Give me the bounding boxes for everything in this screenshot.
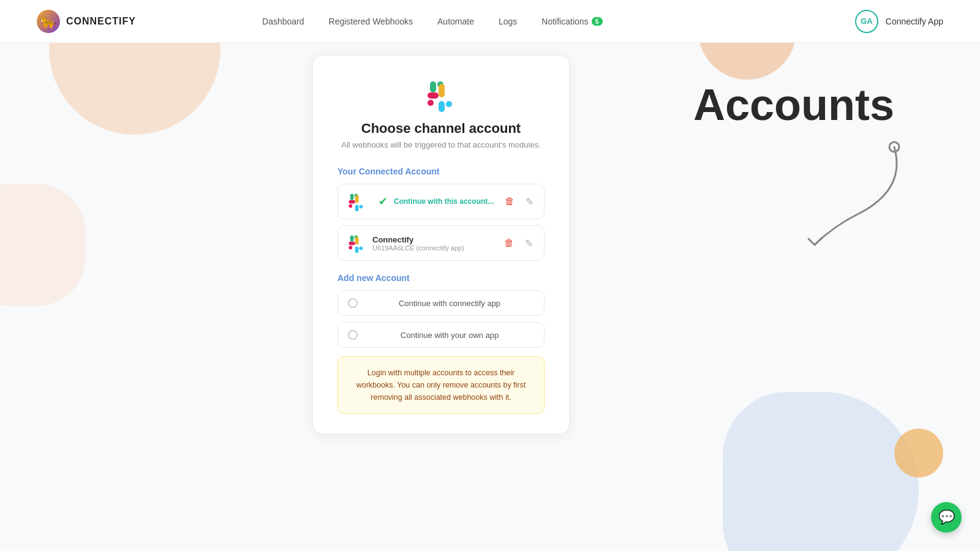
account-slack-icon-1 [347, 233, 366, 253]
account-info-1: Connectify U619AA6LCE (connectify app) [372, 235, 496, 252]
svg-rect-14 [349, 204, 352, 208]
svg-rect-5 [428, 92, 439, 99]
svg-rect-12 [355, 200, 359, 203]
chat-icon: 💬 [938, 509, 955, 525]
radio-connectify-app [348, 298, 358, 308]
edit-account-0-btn[interactable]: ✎ [523, 195, 536, 209]
option-connectify-label: Continue with connectify app [365, 299, 534, 308]
delete-account-0-btn[interactable]: 🗑 [502, 195, 517, 208]
option-own-app-label: Continue with your own app [365, 331, 534, 340]
card-wrapper: Choose channel account All webhooks will… [312, 55, 570, 434]
slack-icon [424, 78, 458, 112]
svg-rect-16 [360, 205, 363, 209]
info-box: Login with multiple accounts to access t… [337, 356, 545, 414]
arrow-annotation [796, 141, 919, 266]
user-name: Connectify App [886, 17, 943, 26]
logo[interactable]: 🐆 CONNECTIFY [37, 10, 136, 33]
logo-text: CONNECTIFY [66, 16, 136, 27]
nav-dashboard[interactable]: Dashboard [262, 17, 304, 26]
svg-rect-13 [349, 200, 355, 204]
svg-rect-4 [439, 91, 445, 97]
continue-account-0-btn[interactable]: Continue with this account... [394, 197, 494, 206]
main-nav: Dashboard Registered Webhooks Automate L… [262, 17, 603, 26]
nav-notifications[interactable]: Notifications 5 [541, 17, 602, 26]
connected-section-label: Your Connected Account [337, 167, 545, 176]
user-avatar[interactable]: GA [855, 10, 878, 33]
svg-rect-15 [355, 205, 359, 211]
logo-image: 🐆 [37, 10, 60, 33]
card-header: Choose channel account All webhooks will… [337, 78, 545, 149]
notifications-label: Notifications [541, 17, 588, 26]
nav-automate[interactable]: Automate [437, 17, 474, 26]
svg-rect-7 [439, 101, 445, 112]
account-id-1: U619AA6LCE (connectify app) [372, 244, 496, 252]
account-name-1: Connectify [372, 235, 496, 244]
radio-own-app [348, 330, 358, 340]
nav-logs[interactable]: Logs [499, 17, 517, 26]
edit-account-1-btn[interactable]: ✎ [522, 236, 535, 250]
card-title: Choose channel account [361, 121, 521, 137]
svg-rect-6 [428, 100, 434, 106]
svg-rect-8 [446, 101, 452, 107]
chat-button[interactable]: 💬 [931, 502, 962, 533]
svg-rect-23 [355, 247, 359, 253]
logo-emoji: 🐆 [40, 13, 57, 29]
account-slack-icon-0 [347, 192, 366, 211]
option-own-app[interactable]: Continue with your own app [337, 322, 545, 348]
add-section-label: Add new Account [337, 273, 545, 283]
svg-rect-21 [349, 242, 355, 246]
svg-point-0 [889, 142, 899, 152]
svg-rect-17 [350, 235, 354, 241]
check-icon-0: ✔ [379, 195, 388, 208]
svg-rect-24 [360, 247, 363, 250]
svg-rect-20 [355, 241, 359, 245]
accounts-annotation: Accounts [693, 80, 894, 130]
add-account-section: Add new Account Continue with connectify… [337, 273, 545, 414]
account-row-1: Connectify U619AA6LCE (connectify app) 🗑… [337, 225, 545, 261]
option-connectify-app[interactable]: Continue with connectify app [337, 290, 545, 316]
svg-rect-9 [350, 193, 354, 200]
notifications-badge: 5 [592, 17, 603, 26]
nav-webhooks[interactable]: Registered Webhooks [329, 17, 413, 26]
svg-rect-1 [430, 81, 436, 92]
header: 🐆 CONNECTIFY Dashboard Registered Webhoo… [0, 0, 980, 43]
svg-rect-22 [349, 246, 352, 250]
card-subtitle: All webhooks will be triggered to that a… [341, 140, 541, 149]
account-row-0: Honey Wyam U87SLAA48Z (connectify app) ✔… [337, 184, 545, 219]
header-user-section: GA Connectify App [855, 10, 943, 33]
choose-account-card: Choose channel account All webhooks will… [312, 55, 570, 434]
main-content: Accounts [0, 43, 980, 551]
delete-account-1-btn[interactable]: 🗑 [502, 236, 516, 250]
